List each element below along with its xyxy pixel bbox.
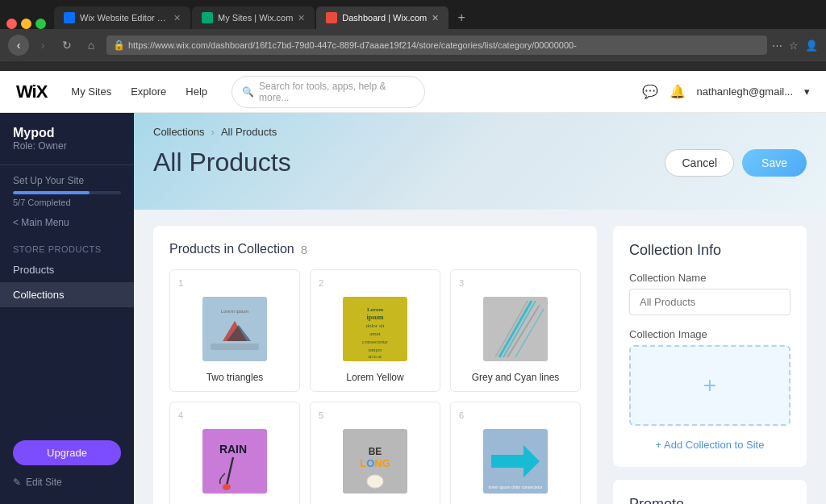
- extensions-icon: ⋯: [772, 40, 782, 52]
- svg-text:Lorem: Lorem: [367, 306, 383, 313]
- edit-site-button[interactable]: ✎ Edit Site: [13, 473, 121, 491]
- chat-icon[interactable]: 💬: [642, 84, 658, 99]
- tab1-close[interactable]: ✕: [173, 13, 181, 23]
- svg-point-26: [367, 475, 383, 488]
- tab3-close[interactable]: ✕: [432, 13, 439, 23]
- main-content: Collections › All Products All Products …: [134, 113, 826, 504]
- product-num-1: 1: [178, 278, 291, 288]
- nav-explore[interactable]: Explore: [123, 81, 174, 102]
- upgrade-button[interactable]: Upgrade: [13, 440, 121, 465]
- add-collection-link[interactable]: + Add Collection to Site: [629, 439, 791, 451]
- breadcrumb: Collections › All Products: [153, 126, 807, 138]
- promote-card: Promote 🏷 Create Coupon: [613, 480, 807, 504]
- back-button[interactable]: ‹: [8, 35, 29, 56]
- address-bar-row: ‹ › ↻ ⌂ 🔒 https://www.wix.com/dashboard/…: [0, 29, 826, 61]
- product-img-1: Lorem ipsum: [178, 293, 291, 365]
- product-card-5[interactable]: 5 BE LONG Be long egg: [310, 402, 440, 504]
- products-in-collection-label: Products in Collection: [169, 242, 294, 256]
- content-body: Products in Collection 8 1: [134, 210, 826, 504]
- security-icon: 🔒: [113, 40, 125, 51]
- product-num-4: 4: [178, 410, 291, 420]
- bell-icon[interactable]: 🔔: [670, 84, 686, 99]
- products-count: 8: [301, 243, 307, 256]
- browser-tab-3[interactable]: Dashboard | Wix.com ✕: [316, 6, 448, 29]
- breadcrumb-parent[interactable]: Collections: [153, 126, 205, 138]
- user-email[interactable]: nathanlegh@gmail...: [697, 85, 793, 98]
- address-input[interactable]: 🔒 https://www.wix.com/dashboard/16f1c7bd…: [106, 35, 767, 55]
- product-num-5: 5: [319, 410, 432, 420]
- home-button[interactable]: ⌂: [81, 35, 102, 56]
- wix-logo: WiX: [16, 81, 47, 102]
- browser-chrome: Wix Website Editor - mypod ✕ My Sites | …: [0, 0, 826, 71]
- tab3-label: Dashboard | Wix.com: [342, 13, 427, 23]
- products-header: Products in Collection 8: [169, 242, 581, 256]
- setup-progress-bar: [13, 191, 121, 194]
- setup-progress-fill: [13, 191, 90, 194]
- product-card-1[interactable]: 1 Lorem ipsum Two triangles: [169, 269, 300, 392]
- product-card-4[interactable]: 4 RAIN Purple Rain tshirt: [169, 402, 300, 504]
- tab-bar: Wix Website Editor - mypod ✕ My Sites | …: [0, 0, 826, 29]
- nav-help[interactable]: Help: [177, 81, 215, 102]
- svg-text:arcu ac: arcu ac: [368, 354, 382, 359]
- main-menu[interactable]: < Main Menu: [0, 217, 134, 231]
- new-tab-button[interactable]: +: [450, 6, 473, 29]
- browser-tab-1[interactable]: Wix Website Editor - mypod ✕: [54, 6, 190, 29]
- sidebar-section-label: Store Products: [0, 238, 134, 257]
- tab1-label: Wix Website Editor - mypod: [80, 13, 169, 23]
- collection-name-label: Collection Name: [629, 272, 791, 284]
- add-image-icon: +: [703, 373, 716, 398]
- collection-name-input[interactable]: [629, 289, 791, 315]
- main-menu-label: < Main Menu: [13, 217, 69, 228]
- svg-text:BE: BE: [369, 446, 382, 457]
- product-img-3: [459, 293, 572, 365]
- svg-text:LONG: LONG: [360, 457, 390, 469]
- info-panel: Collection Info Collection Name Collecti…: [613, 226, 807, 504]
- user-dropdown-icon[interactable]: ▾: [804, 85, 810, 98]
- tab2-favicon: [202, 12, 213, 23]
- promote-title: Promote: [629, 496, 791, 504]
- maximize-window-button[interactable]: [35, 19, 46, 29]
- breadcrumb-separator: ›: [211, 126, 215, 138]
- product-num-2: 2: [319, 278, 432, 288]
- collection-image-label: Collection Image: [629, 328, 791, 340]
- svg-text:ipsum: ipsum: [367, 314, 384, 321]
- forward-button[interactable]: ›: [32, 35, 53, 56]
- setup-title[interactable]: Set Up Your Site: [13, 175, 121, 186]
- setup-label: 5/7 Completed: [13, 198, 121, 207]
- product-img-2: Lorem ipsum dolor sit amet consectetur t…: [319, 293, 432, 365]
- nav-right: 💬 🔔 nathanlegh@gmail... ▾: [642, 84, 810, 99]
- product-num-3: 3: [459, 278, 572, 288]
- product-card-6[interactable]: 6 lorem ipsum dolor consectetur Arrow le…: [450, 402, 581, 504]
- products-grid: 1 Lorem ipsum Two triangles: [169, 269, 581, 504]
- product-name-2: Lorem Yellow: [319, 372, 432, 383]
- search-bar[interactable]: 🔍 Search for tools, apps, help & more...: [232, 76, 425, 108]
- reload-button[interactable]: ↻: [56, 35, 77, 56]
- svg-point-22: [223, 484, 231, 490]
- bookmark-icon[interactable]: ☆: [789, 40, 799, 52]
- sidebar-item-products[interactable]: Products: [0, 257, 134, 282]
- sidebar-item-collections[interactable]: Collections: [0, 282, 134, 307]
- collection-info-card: Collection Info Collection Name Collecti…: [613, 226, 807, 467]
- close-window-button[interactable]: [6, 19, 17, 29]
- svg-text:tempor: tempor: [369, 348, 382, 352]
- product-card-2[interactable]: 2 Lorem ipsum dolor sit amet consectetur…: [310, 269, 440, 392]
- content-header: Collections › All Products All Products …: [134, 113, 826, 210]
- main-menu-item[interactable]: < Main Menu: [13, 217, 121, 228]
- collection-image-upload[interactable]: +: [629, 345, 791, 426]
- tab2-close[interactable]: ✕: [298, 13, 305, 23]
- minimize-window-button[interactable]: [21, 19, 31, 29]
- product-card-3[interactable]: 3 Grey and Cyan lines: [450, 269, 581, 392]
- nav-my-sites[interactable]: My Sites: [63, 81, 119, 102]
- app-layout: Mypod Role: Owner Set Up Your Site 5/7 C…: [0, 113, 826, 504]
- tab1-favicon: [64, 12, 75, 23]
- profile-icon[interactable]: 👤: [805, 40, 818, 52]
- sidebar-bottom: Upgrade ✎ Edit Site: [0, 440, 134, 491]
- browser-extras: ⋯ ☆ 👤: [772, 40, 818, 52]
- cancel-button[interactable]: Cancel: [665, 149, 734, 177]
- browser-tab-2[interactable]: My Sites | Wix.com ✕: [192, 6, 315, 29]
- site-name: Mypod: [13, 126, 121, 140]
- svg-text:amet: amet: [369, 331, 381, 337]
- product-name-3: Grey and Cyan lines: [459, 372, 572, 383]
- traffic-lights: [6, 19, 46, 29]
- save-button[interactable]: Save: [742, 149, 807, 177]
